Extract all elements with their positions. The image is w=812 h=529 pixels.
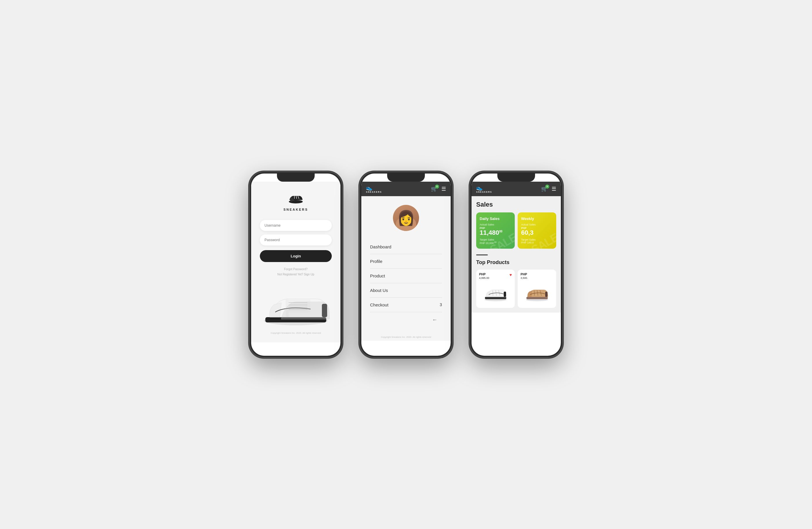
cart-badge: 0 — [435, 185, 439, 189]
user-avatar — [393, 205, 419, 231]
menu-body: Dashboard Profile Product About Us — [361, 196, 451, 333]
notch-1 — [277, 173, 315, 182]
dash-header-logo: 👟 SNEAKERS — [476, 185, 492, 193]
menu-item-dashboard[interactable]: Dashboard — [370, 240, 442, 254]
dashboard-body: Sales Daily Sales Actual Sales PHP 11,48… — [472, 196, 561, 313]
menu-header: 👟 SNEAKERS 🛒 0 ☰ — [361, 182, 451, 196]
svg-rect-17 — [526, 297, 548, 299]
phone-menu-inner: 👟 SNEAKERS 🛒 0 ☰ — [361, 173, 451, 356]
dashboard-screen: 👟 SNEAKERS 🛒 0 ☰ Sales — [472, 182, 561, 356]
menu-item-profile[interactable]: Profile — [370, 254, 442, 269]
password-input[interactable] — [260, 234, 332, 245]
products-row: PHP4,995.00 ♥ — [476, 270, 556, 308]
daily-target-label: Target Sales — [480, 238, 494, 241]
sales-cards: Daily Sales Actual Sales PHP 11,48000 Ta… — [476, 212, 556, 249]
dash-cart-button[interactable]: 🛒 0 — [541, 186, 548, 192]
about-label: About Us — [370, 288, 388, 293]
svg-point-1 — [290, 197, 293, 202]
menu-header-logo: 👟 SNEAKERS — [366, 185, 382, 193]
dash-logo-text: SNEAKERS — [476, 191, 492, 193]
phone-dashboard: 👟 SNEAKERS 🛒 0 ☰ Sales — [470, 172, 563, 358]
menu-item-about[interactable]: About Us — [370, 283, 442, 298]
avatar-image — [393, 205, 419, 231]
login-sneaker-image — [258, 283, 334, 329]
product-2-price: PHP3,500. — [521, 272, 553, 280]
menu-copyright: Copyright Sneakers Inc. 2020. All rights… — [361, 333, 451, 341]
sneaker-logo-icon — [288, 193, 304, 206]
dash-header: 👟 SNEAKERS 🛒 0 ☰ — [472, 182, 561, 196]
sales-section-title: Sales — [476, 201, 556, 208]
svg-rect-11 — [485, 297, 506, 299]
dashboard-label: Dashboard — [370, 244, 391, 249]
header-logo-text: SNEAKERS — [366, 191, 382, 193]
daily-sales-title: Daily Sales — [480, 216, 511, 221]
dashboard-content: 👟 SNEAKERS 🛒 0 ☰ Sales — [472, 182, 561, 313]
dash-cart-badge: 0 — [545, 185, 549, 189]
daily-actual-label: Actual Sales — [480, 223, 511, 226]
menu-item-checkout[interactable]: Checkout 3 — [370, 298, 442, 312]
section-divider — [476, 255, 488, 255]
weekly-actual-label: Actual Sales — [521, 223, 553, 226]
login-screen: SNEAKERS Login Forgot Password? Not Regi… — [251, 182, 340, 356]
svg-rect-21 — [545, 291, 548, 297]
login-button[interactable]: Login — [260, 250, 332, 262]
notch-2 — [387, 173, 425, 182]
product-2-image — [521, 282, 553, 305]
top-products-title: Top Products — [476, 259, 556, 266]
menu-content: 👟 SNEAKERS 🛒 0 ☰ — [361, 182, 451, 341]
login-copyright: Copyright Sneakers Inc. 2020. All rights… — [268, 329, 323, 337]
product-label: Product — [370, 273, 385, 278]
cart-button[interactable]: 🛒 0 — [431, 186, 437, 192]
menu-screen: 👟 SNEAKERS 🛒 0 ☰ — [361, 182, 451, 356]
username-input[interactable] — [260, 220, 332, 231]
phone-dashboard-inner: 👟 SNEAKERS 🛒 0 ☰ Sales — [472, 173, 561, 356]
back-button[interactable]: ← — [427, 312, 442, 328]
notch-3 — [497, 173, 535, 182]
checkout-badge: 3 — [440, 302, 442, 307]
weekly-sales-title: Weekly — [521, 216, 553, 221]
product-1-image — [479, 282, 512, 305]
svg-rect-15 — [504, 291, 506, 297]
weekly-target-label: Target Sales — [521, 238, 536, 241]
login-links: Forgot Password? Not Registered Yet? Sig… — [277, 267, 314, 277]
login-logo-text: SNEAKERS — [283, 208, 308, 211]
phone-login-inner: SNEAKERS Login Forgot Password? Not Regi… — [251, 173, 340, 356]
scene: SNEAKERS Login Forgot Password? Not Regi… — [232, 154, 580, 375]
phone-login: SNEAKERS Login Forgot Password? Not Regi… — [249, 172, 342, 358]
daily-sales-card: Daily Sales Actual Sales PHP 11,48000 Ta… — [476, 212, 515, 249]
phone-menu: 👟 SNEAKERS 🛒 0 ☰ — [360, 172, 452, 358]
dash-hamburger-icon[interactable]: ☰ — [552, 186, 556, 192]
header-sneaker-icon: 👟 — [366, 185, 372, 191]
weekly-sales-card: Weekly Actual Sales PHP 60,3 Target Sale… — [518, 212, 556, 249]
dash-header-actions: 🛒 0 ☰ — [541, 186, 556, 192]
product-2-amount: 3,500. — [521, 276, 528, 280]
product-card-1[interactable]: PHP4,995.00 ♥ — [476, 270, 515, 308]
product-1-amount: 4,995.00 — [479, 276, 489, 280]
checkout-label: Checkout — [370, 302, 388, 307]
login-content: SNEAKERS Login Forgot Password? Not Regi… — [251, 182, 340, 342]
menu-item-product[interactable]: Product — [370, 269, 442, 283]
hamburger-menu-icon[interactable]: ☰ — [441, 186, 446, 192]
profile-label: Profile — [370, 259, 382, 264]
heart-icon-1[interactable]: ♥ — [509, 272, 512, 277]
login-form: Login — [260, 220, 332, 262]
product-1-price: PHP4,995.00 — [479, 272, 512, 280]
dash-sneaker-icon: 👟 — [476, 185, 482, 191]
product-card-2[interactable]: PHP3,500. — [518, 270, 556, 308]
login-logo: SNEAKERS — [283, 193, 308, 211]
sign-up-link[interactable]: Not Registered Yet? Sign Up — [277, 272, 314, 277]
header-actions: 🛒 0 ☰ — [431, 186, 446, 192]
menu-nav: Dashboard Profile Product About Us — [370, 240, 442, 312]
forgot-password-link[interactable]: Forgot Password? — [277, 267, 314, 272]
